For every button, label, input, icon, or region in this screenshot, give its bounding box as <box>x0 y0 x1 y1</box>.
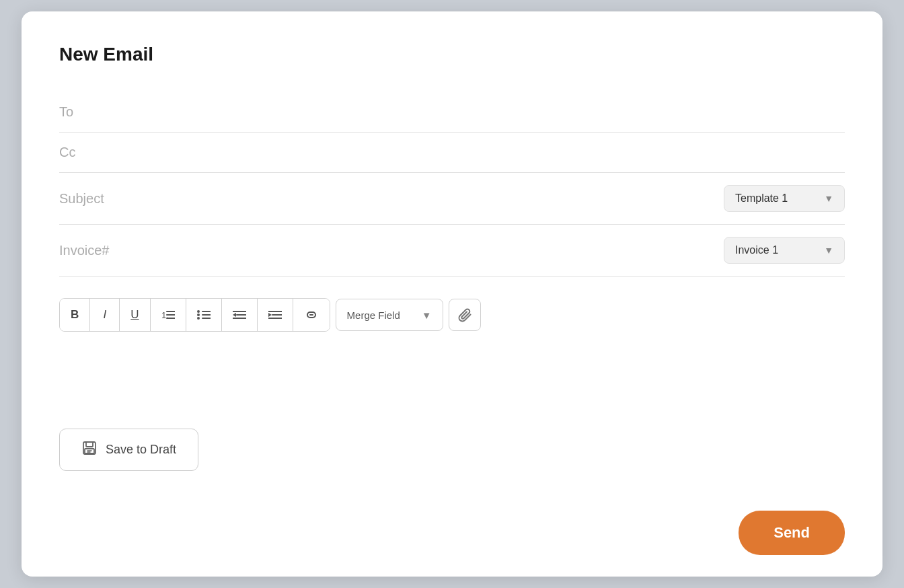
template-chevron-icon: ▼ <box>824 193 833 204</box>
cc-row: Cc <box>59 133 845 173</box>
template-dropdown[interactable]: Template 1 ▼ <box>724 185 845 212</box>
svg-point-6 <box>197 317 200 320</box>
link-button[interactable] <box>293 299 330 331</box>
save-draft-icon <box>81 440 98 460</box>
invoice-row: Invoice# Invoice 1 ▼ <box>59 225 845 277</box>
email-body-area[interactable] <box>59 340 845 396</box>
to-input[interactable] <box>140 106 845 118</box>
send-button[interactable]: Send <box>739 511 845 555</box>
modal-title: New Email <box>59 44 845 65</box>
to-label: To <box>59 104 140 120</box>
merge-field-label: Merge Field <box>347 309 400 321</box>
to-row: To <box>59 92 845 133</box>
template-dropdown-label: Template 1 <box>735 192 788 205</box>
outdent-button[interactable] <box>222 299 258 331</box>
save-draft-button[interactable]: Save to Draft <box>59 429 198 471</box>
merge-field-dropdown[interactable]: Merge Field ▼ <box>336 299 443 331</box>
subject-row: Subject Template 1 ▼ <box>59 173 845 225</box>
formatting-group: B I U 1. <box>59 298 330 332</box>
merge-field-chevron-icon: ▼ <box>422 309 432 321</box>
cc-input[interactable] <box>140 147 845 159</box>
svg-point-5 <box>197 314 200 316</box>
email-body-textarea[interactable] <box>59 340 845 394</box>
svg-point-4 <box>197 310 200 313</box>
invoice-dropdown-label: Invoice 1 <box>735 244 778 256</box>
editor-toolbar: B I U 1. <box>59 298 845 332</box>
underline-button[interactable]: U <box>120 299 150 331</box>
bold-button[interactable]: B <box>60 299 90 331</box>
invoice-input[interactable] <box>140 244 724 256</box>
invoice-chevron-icon: ▼ <box>824 245 833 256</box>
email-compose-modal: New Email To Cc Subject Template 1 ▼ Inv… <box>22 11 882 577</box>
subject-label: Subject <box>59 191 140 207</box>
invoice-label: Invoice# <box>59 243 140 258</box>
italic-button[interactable]: I <box>90 299 120 331</box>
svg-rect-19 <box>86 442 93 447</box>
attachment-button[interactable] <box>449 299 481 331</box>
ordered-list-button[interactable]: 1. <box>151 299 186 331</box>
footer-row: Save to Draft <box>59 429 845 471</box>
save-draft-label: Save to Draft <box>106 443 176 457</box>
invoice-dropdown[interactable]: Invoice 1 ▼ <box>724 237 845 264</box>
svg-marker-13 <box>233 313 236 317</box>
unordered-list-button[interactable] <box>186 299 222 331</box>
svg-marker-17 <box>268 313 272 317</box>
indent-button[interactable] <box>258 299 293 331</box>
subject-input[interactable] <box>140 192 724 205</box>
cc-label: Cc <box>59 145 140 160</box>
